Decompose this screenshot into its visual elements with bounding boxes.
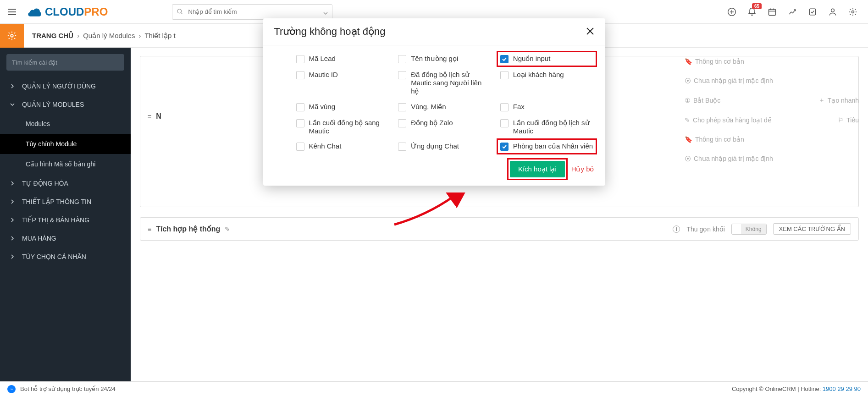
notif-badge: 65 [752, 3, 762, 9]
close-icon[interactable] [586, 27, 594, 37]
global-search [172, 4, 332, 20]
cloud-icon [28, 5, 45, 19]
menu-toggle[interactable] [0, 0, 24, 24]
bell-icon[interactable]: 65 [747, 7, 757, 17]
svg-point-15 [11, 34, 13, 37]
add-icon[interactable] [727, 7, 737, 17]
search-icon [177, 8, 183, 16]
breadcrumb-root[interactable]: TRANG CHỦ [32, 32, 73, 40]
chevron-down-icon[interactable] [323, 10, 328, 17]
svg-point-3 [177, 9, 182, 13]
calendar-icon[interactable] [767, 7, 777, 17]
gear-icon[interactable] [848, 7, 858, 17]
svg-point-13 [831, 9, 835, 12]
svg-line-4 [181, 12, 182, 14]
inactive-fields-modal: Trường không hoạt động Mã LeadTên thường… [263, 18, 605, 48]
breadcrumb: TRANG CHỦ › Quản lý Modules › Thiết lập … [32, 32, 176, 40]
modal-title: Trường không hoạt động [274, 26, 386, 38]
logo[interactable]: CLOUDPRO [28, 3, 108, 21]
svg-rect-12 [809, 9, 815, 15]
svg-point-14 [852, 11, 854, 13]
chart-icon[interactable] [787, 7, 797, 17]
breadcrumb-item[interactable]: Quản lý Modules [83, 32, 135, 40]
topbar-actions: 65 [727, 7, 858, 17]
task-icon[interactable] [807, 7, 818, 17]
global-search-input[interactable] [172, 4, 332, 20]
user-icon[interactable] [828, 7, 838, 17]
breadcrumb-item[interactable]: Thiết lập t [144, 32, 175, 40]
settings-tile[interactable] [0, 24, 24, 48]
svg-rect-8 [769, 9, 776, 15]
